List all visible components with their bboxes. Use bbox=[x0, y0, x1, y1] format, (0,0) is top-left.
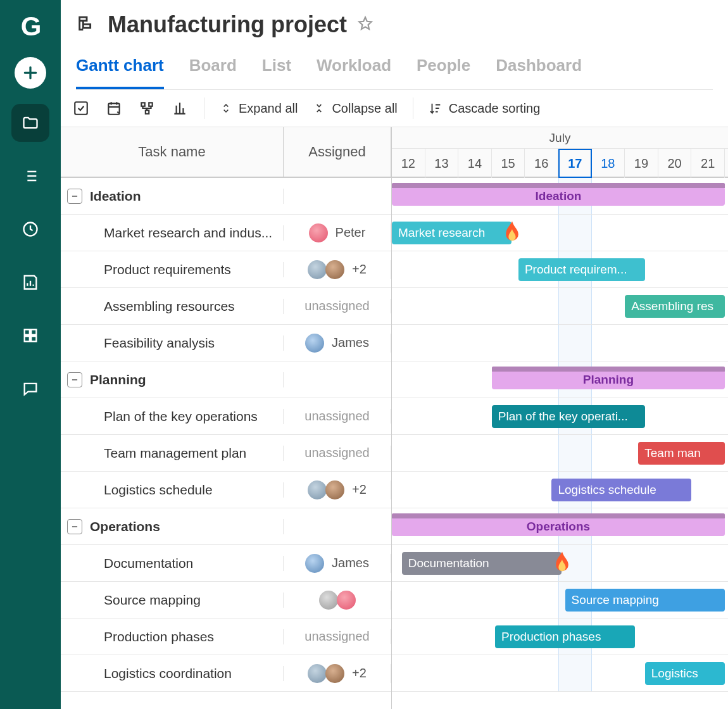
avatar bbox=[308, 664, 327, 683]
timeline-day[interactable]: 19 bbox=[625, 149, 658, 178]
task-row[interactable]: Source mapping bbox=[61, 593, 284, 608]
avatar bbox=[337, 591, 356, 610]
nav-projects[interactable] bbox=[11, 104, 49, 142]
gantt-task-bar[interactable]: Product requirem... bbox=[518, 258, 645, 281]
task-row[interactable]: Feasibility analysis bbox=[61, 336, 284, 351]
gantt-task-bar[interactable]: Documentation bbox=[402, 552, 562, 575]
timeline-day[interactable]: 17 bbox=[558, 149, 592, 178]
nav-apps[interactable] bbox=[11, 317, 49, 354]
timeline-day[interactable]: 13 bbox=[425, 149, 459, 178]
assigned-cell[interactable]: +2 bbox=[284, 664, 391, 683]
collapse-icon bbox=[313, 102, 325, 115]
group-name: Planning bbox=[90, 372, 146, 387]
group-row[interactable]: Ideation bbox=[61, 189, 284, 204]
avatar bbox=[305, 334, 324, 353]
assigned-cell[interactable]: +2 bbox=[284, 480, 391, 499]
group-name: Operations bbox=[90, 519, 160, 534]
task-name: Production phases bbox=[67, 629, 214, 644]
page-title: Manufacturing project bbox=[108, 11, 347, 38]
collapse-group-button[interactable] bbox=[67, 189, 82, 204]
timeline-day[interactable]: 14 bbox=[458, 149, 492, 178]
timeline-day[interactable]: 18 bbox=[592, 149, 625, 178]
gantt-task-bar[interactable]: Market research bbox=[392, 222, 511, 244]
gantt-task-bar[interactable]: Logistics schedule bbox=[551, 479, 691, 501]
gantt-group-bar[interactable]: Planning bbox=[492, 370, 725, 389]
timeline-day[interactable]: 15 bbox=[492, 149, 525, 178]
task-row[interactable]: Logistics schedule bbox=[61, 482, 284, 498]
tab-workload[interactable]: Workload bbox=[317, 56, 391, 89]
avatar bbox=[305, 554, 324, 573]
timeline-day[interactable]: 16 bbox=[525, 149, 558, 178]
nav-chat[interactable] bbox=[11, 370, 49, 408]
nav-reports[interactable] bbox=[11, 263, 49, 301]
favorite-button[interactable] bbox=[357, 15, 373, 34]
group-row[interactable]: Planning bbox=[61, 372, 284, 387]
task-name: Feasibility analysis bbox=[67, 336, 215, 351]
assigned-cell[interactable]: James bbox=[284, 334, 391, 353]
tab-list[interactable]: List bbox=[262, 56, 291, 89]
priority-flame-icon bbox=[551, 551, 573, 577]
timeline-day[interactable]: 21 bbox=[691, 149, 725, 178]
gantt-group-bar[interactable]: Ideation bbox=[392, 187, 725, 206]
task-row[interactable]: Logistics coordination bbox=[61, 666, 284, 681]
gantt-task-bar[interactable]: Logistics bbox=[645, 662, 725, 685]
task-row[interactable]: Assembling resources bbox=[61, 299, 284, 314]
collapse-group-button[interactable] bbox=[67, 372, 82, 387]
app-logo: G bbox=[21, 11, 41, 42]
task-row[interactable]: Documentation bbox=[61, 556, 284, 571]
task-row[interactable]: Product requirements bbox=[61, 262, 284, 277]
tab-gantt-chart[interactable]: Gantt chart bbox=[76, 56, 164, 89]
collapse-group-button[interactable] bbox=[67, 519, 82, 534]
tab-people[interactable]: People bbox=[417, 56, 470, 89]
group-name: Ideation bbox=[90, 189, 141, 204]
app-sidebar: G bbox=[0, 0, 61, 709]
nav-tasks[interactable] bbox=[11, 157, 49, 195]
assigned-cell[interactable]: +2 bbox=[284, 260, 391, 279]
assigned-cell[interactable]: unassigned bbox=[284, 629, 391, 644]
assigned-cell[interactable]: unassigned bbox=[284, 299, 391, 313]
timeline-day[interactable]: 20 bbox=[658, 149, 692, 178]
timeline-month: July bbox=[392, 127, 728, 149]
collapse-all-button[interactable]: Collapse all bbox=[313, 101, 397, 116]
task-row[interactable]: Market research and indus... bbox=[61, 225, 284, 241]
gantt-task-bar[interactable]: Assembling res bbox=[625, 295, 725, 318]
assigned-cell[interactable]: James bbox=[284, 554, 391, 573]
timeline-day[interactable]: 12 bbox=[392, 149, 425, 178]
task-row[interactable]: Team management plan bbox=[61, 446, 284, 461]
assigned-cell[interactable] bbox=[284, 591, 391, 610]
group-row[interactable]: Operations bbox=[61, 519, 284, 534]
assigned-cell[interactable]: Peter bbox=[284, 223, 391, 242]
gantt-task-bar[interactable]: Source mapping bbox=[565, 589, 725, 612]
gantt-task-bar[interactable]: Team man bbox=[638, 442, 725, 465]
cascade-sort-button[interactable]: Cascade sorting bbox=[429, 101, 541, 116]
gantt-group-bar[interactable]: Operations bbox=[392, 517, 725, 536]
task-row[interactable]: Production phases bbox=[61, 629, 284, 644]
view-tabs: Gantt chartBoardListWorkloadPeopleDashbo… bbox=[76, 56, 713, 90]
nav-recent[interactable] bbox=[11, 210, 49, 248]
toolbar-wbs[interactable] bbox=[138, 99, 156, 117]
avatar bbox=[325, 480, 344, 499]
assigned-cell[interactable]: unassigned bbox=[284, 409, 391, 424]
toolbar-baseline[interactable] bbox=[171, 99, 189, 117]
column-task-name[interactable]: Task name bbox=[61, 127, 284, 177]
task-name: Assembling resources bbox=[67, 299, 235, 314]
toolbar-check[interactable] bbox=[72, 99, 90, 117]
column-assigned[interactable]: Assigned bbox=[284, 127, 391, 177]
plus-icon bbox=[22, 65, 39, 81]
expand-all-button[interactable]: Expand all bbox=[220, 101, 298, 116]
gantt-task-bar[interactable]: Production phases bbox=[495, 625, 635, 648]
expand-icon bbox=[220, 102, 232, 115]
tab-board[interactable]: Board bbox=[189, 56, 237, 89]
tab-dashboard[interactable]: Dashboard bbox=[496, 56, 582, 89]
gantt-task-bar[interactable]: Plan of the key operati... bbox=[492, 405, 645, 428]
add-button[interactable] bbox=[15, 57, 46, 89]
avatar bbox=[319, 591, 338, 610]
assigned-cell[interactable]: unassigned bbox=[284, 446, 391, 460]
svg-rect-7 bbox=[141, 103, 144, 106]
task-name: Logistics schedule bbox=[67, 482, 213, 498]
task-row[interactable]: Plan of the key operations bbox=[61, 409, 284, 424]
report-icon bbox=[22, 273, 39, 291]
toolbar-calendar[interactable] bbox=[105, 99, 123, 117]
svg-rect-5 bbox=[75, 102, 87, 115]
task-name: Market research and indus... bbox=[67, 225, 272, 241]
